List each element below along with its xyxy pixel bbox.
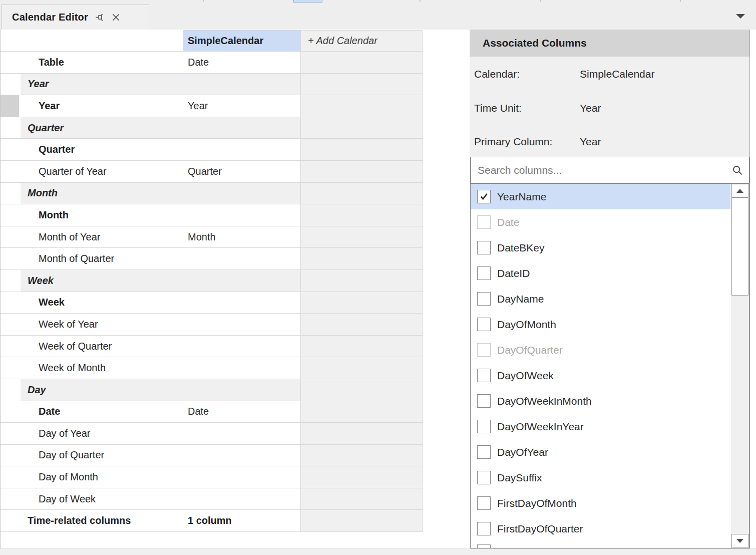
checkbox[interactable] <box>477 522 491 535</box>
column-list-item[interactable]: DaySuffix <box>471 465 730 490</box>
column-list-item[interactable]: Date <box>471 209 730 235</box>
row-label-cell[interactable]: Week of Quarter <box>1 336 183 357</box>
column-list-item[interactable] <box>471 541 730 548</box>
column-list-item[interactable]: DayOfMonth <box>471 312 730 337</box>
chevron-down-icon[interactable] <box>736 14 745 19</box>
calendar-value-cell[interactable] <box>183 270 301 292</box>
checkbox[interactable] <box>477 369 491 382</box>
column-label: FirstDayOfQuarter <box>497 523 583 535</box>
column-list-item[interactable]: DateID <box>471 260 730 286</box>
field-calendar: Calendar: SimpleCalendar <box>474 68 654 80</box>
row-label-cell[interactable]: Quarter <box>1 117 183 139</box>
field-value: Year <box>580 136 601 148</box>
tab-calendar-editor[interactable]: Calendar Editor <box>2 5 149 30</box>
calendar-value-cell[interactable] <box>183 488 301 510</box>
add-calendar-button[interactable]: + Add Calendar <box>301 30 423 51</box>
checkbox[interactable] <box>477 496 491 510</box>
group-row: Month <box>1 183 423 205</box>
search-input[interactable] <box>477 164 732 177</box>
add-calendar-cell <box>301 445 423 466</box>
checkbox[interactable] <box>477 190 491 203</box>
row-label-cell[interactable]: Quarter <box>1 139 183 160</box>
column-list-item[interactable]: DayOfWeekInMonth <box>471 388 730 414</box>
row-label-cell[interactable]: Month of Year <box>1 226 183 248</box>
row-label-cell[interactable]: Day of Quarter <box>1 445 183 466</box>
row-label-cell[interactable]: Week <box>1 292 183 314</box>
grid-row: Week of Quarter <box>1 336 423 358</box>
row-label-cell[interactable]: Year <box>1 95 183 117</box>
calendar-value-cell[interactable] <box>183 248 301 269</box>
grid-row: DateDate <box>1 401 423 423</box>
calendar-value-cell[interactable] <box>183 423 301 444</box>
row-label-cell[interactable]: Date <box>1 401 183 423</box>
calendar-value-cell[interactable] <box>183 336 301 357</box>
column-list-item[interactable]: FirstDayOfMonth <box>471 490 730 516</box>
checkbox[interactable] <box>477 318 491 331</box>
add-calendar-cell <box>301 139 423 160</box>
column-list-item[interactable]: DayOfWeek <box>471 363 730 388</box>
checkbox[interactable] <box>477 266 491 280</box>
calendar-value-cell[interactable] <box>183 379 301 401</box>
row-label-cell[interactable]: Day of Week <box>1 488 183 510</box>
calendar-value-cell[interactable] <box>183 314 301 335</box>
calendar-value-cell[interactable] <box>183 357 301 379</box>
row-label-cell[interactable]: Week of Month <box>1 357 183 379</box>
calendar-value-cell[interactable]: Year <box>183 95 301 117</box>
column-list-item[interactable]: DayOfQuarter <box>471 337 730 363</box>
checkbox[interactable] <box>477 471 491 484</box>
checkbox[interactable] <box>477 343 491 357</box>
row-label-cell[interactable]: Day <box>1 379 183 401</box>
close-icon[interactable] <box>112 13 120 22</box>
calendar-value-cell[interactable] <box>183 204 301 226</box>
column-list-item[interactable]: FirstDayOfQuarter <box>471 516 730 541</box>
scroll-up-icon[interactable] <box>731 184 748 197</box>
calendar-value-cell[interactable] <box>183 445 301 466</box>
checkbox[interactable] <box>477 215 491 229</box>
calendar-value-cell[interactable] <box>183 183 301 204</box>
column-list-item[interactable]: YearName <box>471 184 730 209</box>
row-label-cell[interactable]: Day of Month <box>1 466 183 488</box>
calendar-value-cell[interactable] <box>183 139 301 160</box>
columns-list: YearNameDateDateBKeyDateIDDayNameDayOfMo… <box>470 183 749 548</box>
toolbar-separator <box>540 0 541 2</box>
scroll-down-icon[interactable] <box>731 534 748 548</box>
column-list-item[interactable]: DayOfWeekInYear <box>471 414 730 439</box>
calendar-value-cell[interactable]: Date <box>183 52 301 73</box>
calendar-value-cell[interactable] <box>183 117 301 139</box>
checkbox[interactable] <box>477 544 491 548</box>
scrollbar[interactable] <box>731 184 749 548</box>
add-calendar-cell <box>301 488 423 510</box>
row-label-cell[interactable]: Week of Year <box>1 314 183 335</box>
calendar-value-cell[interactable]: Month <box>183 226 301 248</box>
toolbar-separator <box>680 0 681 2</box>
scrollbar-thumb[interactable] <box>731 197 748 296</box>
calendar-value-cell[interactable]: Quarter <box>183 161 301 182</box>
calendar-value-cell[interactable]: Date <box>183 401 301 423</box>
row-label-cell[interactable]: Day of Year <box>1 423 183 444</box>
checkbox[interactable] <box>477 241 491 254</box>
row-label-cell[interactable]: Year <box>1 74 183 95</box>
column-header-simplecalendar[interactable]: SimpleCalendar <box>183 30 301 51</box>
field-primary-column: Primary Column: Year <box>474 136 601 148</box>
checkbox[interactable] <box>477 394 491 408</box>
grid-row: Week <box>1 292 423 314</box>
calendar-value-cell[interactable] <box>183 74 301 95</box>
row-label-cell[interactable]: Quarter of Year <box>1 161 183 182</box>
grid-row: Quarter of YearQuarter <box>1 161 423 183</box>
column-list-item[interactable]: DayOfYear <box>471 439 730 465</box>
calendar-value-cell[interactable]: 1 column <box>183 510 301 531</box>
row-label-cell[interactable]: Month <box>1 183 183 204</box>
row-label-cell[interactable]: Month <box>1 204 183 226</box>
column-list-item[interactable]: DateBKey <box>471 235 730 260</box>
column-list-item[interactable]: DayName <box>471 286 730 312</box>
calendar-value-cell[interactable] <box>183 466 301 488</box>
checkbox[interactable] <box>477 445 491 459</box>
pin-icon[interactable] <box>95 13 105 22</box>
row-label-cell[interactable]: Week <box>1 270 183 292</box>
row-label-cell[interactable]: Table <box>1 52 183 73</box>
checkbox[interactable] <box>477 420 491 433</box>
checkbox[interactable] <box>477 292 491 306</box>
row-label-cell[interactable]: Month of Quarter <box>1 248 183 269</box>
calendar-value-cell[interactable] <box>183 292 301 314</box>
row-label-cell[interactable]: Time-related columns <box>1 510 183 531</box>
